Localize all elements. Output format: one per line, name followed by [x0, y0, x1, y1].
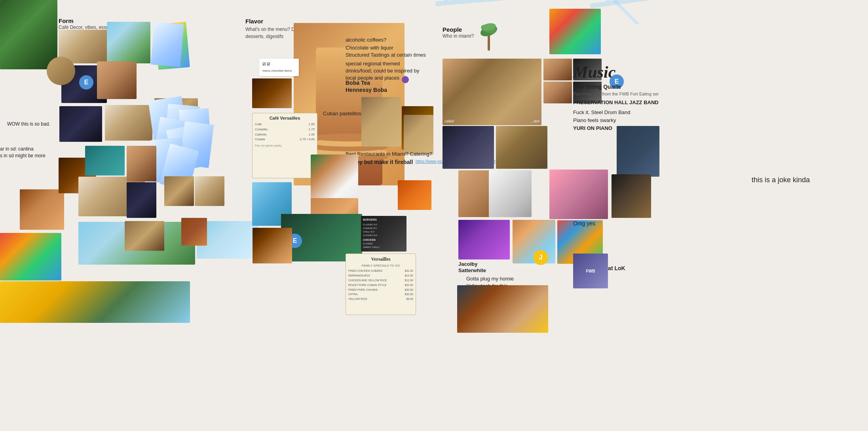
photo-bar-menu: BURGERS CLASSIC 8.0 CHEESE 8.5 CHILLI 9.… — [361, 216, 406, 252]
boba-tea: Boba Tea — [346, 79, 370, 87]
best-restaurants: Best Restaurants in Miami? Catering? — [346, 151, 432, 158]
moodboard: Form Café Decor, vibes, essence E WOW th… — [0, 0, 868, 431]
photo-teal-bar — [85, 146, 125, 175]
photo-foliage-1 — [0, 0, 57, 69]
photo-sm-cafe-1 — [164, 176, 194, 206]
photo-outdoor-patio — [107, 22, 150, 63]
preservation-hall: PRESERVATION HALL JAZZ BAND — [573, 99, 659, 106]
photo-barista — [97, 61, 137, 99]
photo-food-1 — [311, 154, 358, 202]
photo-woman-pink — [549, 170, 608, 219]
tape-top-1 — [435, 0, 515, 6]
photo-latte — [361, 97, 401, 147]
photo-sm-cafe-2 — [195, 176, 224, 206]
photo-couple: called ...tion — [443, 59, 541, 125]
photo-person-grid-3 — [543, 82, 572, 103]
satterwhite-text: Satterwhite — [458, 267, 486, 274]
cuban-pastelitos: Cuban pastelitos — [323, 110, 361, 117]
photo-musicians — [457, 285, 548, 333]
people-sublabel: Who in miami? — [443, 33, 474, 39]
photo-street-scene — [0, 281, 190, 323]
regional-drinks: special regional themed drinks/food; cou… — [346, 60, 425, 82]
palm-icon — [479, 15, 499, 51]
menu-card-versailles: Café Versailles Café1.95 Cortadito1.75 C… — [252, 113, 317, 178]
structured-tastings: Structured Tastings at certain times — [346, 51, 426, 59]
photo-bottles — [181, 218, 207, 246]
steel-drum: Fuck it. Steel Drum Band — [573, 109, 631, 116]
omg-yes: Omg yes — [573, 220, 595, 228]
photo-logo-round — [47, 57, 75, 85]
sd-more-text: s in sd might be more — [0, 153, 46, 159]
piano-feels: Piano feels swarky — [573, 117, 616, 124]
avatar-j: J — [533, 250, 548, 265]
form-label: Form — [59, 17, 74, 24]
photo-person-1 — [127, 146, 156, 181]
pan-flute: Pan Flute Guy from the FWB Fort Eating s… — [573, 91, 672, 97]
avatar-e-1: E — [79, 75, 93, 90]
live-string: Live String Quarte — [573, 83, 621, 91]
cantina-text: ar in sd: cantina — [0, 146, 34, 153]
music-label: Music — [573, 63, 615, 82]
wow-bad-text: WOW this is so bad. — [7, 121, 50, 128]
photo-person-2 — [127, 182, 156, 218]
people-label: People — [443, 26, 462, 33]
photo-boba-drink — [404, 115, 433, 154]
photo-dessert — [253, 228, 292, 263]
photo-concert — [458, 220, 510, 259]
yuri-piano: YURI ON PIANO — [573, 125, 612, 132]
photo-cafe-exterior-dark — [59, 106, 102, 142]
photo-solomon — [496, 126, 547, 169]
hennessy-boba: Hennessy Boba — [346, 86, 387, 94]
photo-bar-counter — [105, 105, 152, 141]
photo-mural — [0, 233, 61, 280]
joke-text: this is a joke kinda — [752, 175, 868, 185]
flavor-label: Flavor — [245, 18, 263, 25]
sticker-top-1 — [150, 22, 184, 67]
photo-cafe-sign — [20, 189, 64, 230]
photo-orange-book — [398, 180, 431, 210]
photo-wood-interior — [125, 221, 164, 251]
photo-chef — [489, 170, 532, 217]
photo-man-suit-1 — [617, 126, 659, 177]
alcoholic-coffees: alcoholic coffees? — [346, 36, 386, 44]
photo-fashion-person — [549, 9, 601, 54]
menu-card-versailles-2: Versailles FAMILY SPECIALS TO GO FRIED C… — [346, 254, 416, 315]
tape-top-2 — [590, 0, 688, 8]
photo-person-grid-1 — [543, 59, 572, 80]
dot-accent — [402, 76, 409, 83]
chocolate-liquor: Chocolate with liquor — [346, 44, 393, 51]
photo-woman-black — [612, 174, 651, 218]
photo-fwb-logo: FWB — [573, 254, 608, 288]
photo-coffee-beans — [252, 78, 292, 108]
photo-elon — [443, 126, 494, 169]
